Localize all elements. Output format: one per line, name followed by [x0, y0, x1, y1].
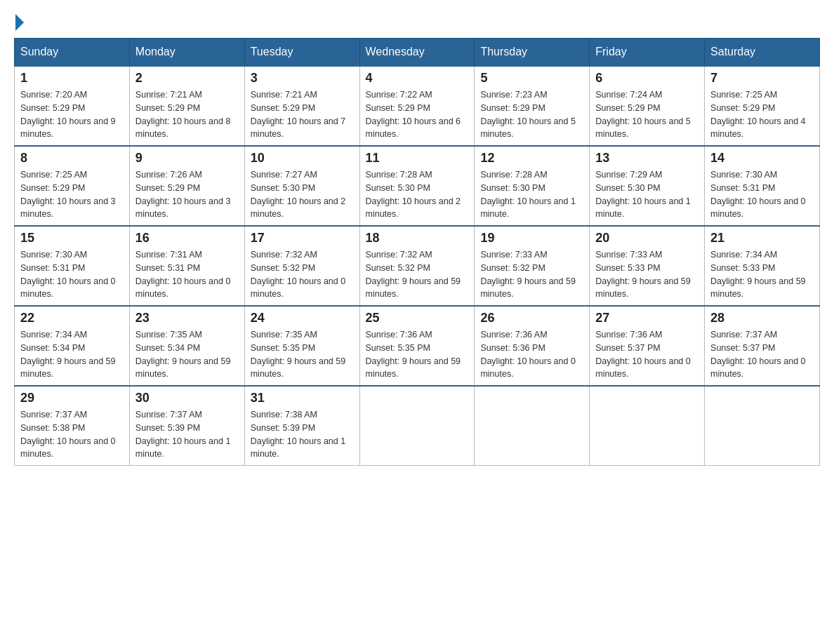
col-header-monday: Monday: [129, 39, 244, 67]
day-number: 20: [595, 231, 699, 246]
day-number: 22: [20, 311, 124, 326]
day-info: Sunrise: 7:28 AM Sunset: 5:30 PM Dayligh…: [480, 168, 583, 221]
day-number: 25: [366, 311, 469, 326]
day-number: 21: [710, 231, 814, 246]
calendar-cell: 8 Sunrise: 7:25 AM Sunset: 5:29 PM Dayli…: [15, 146, 130, 226]
calendar-cell: 21 Sunrise: 7:34 AM Sunset: 5:33 PM Dayl…: [705, 226, 820, 306]
day-info: Sunrise: 7:33 AM Sunset: 5:32 PM Dayligh…: [480, 248, 583, 301]
calendar-cell: [705, 386, 820, 466]
day-number: 9: [135, 151, 239, 166]
day-number: 31: [251, 391, 354, 405]
day-info: Sunrise: 7:25 AM Sunset: 5:29 PM Dayligh…: [710, 88, 814, 141]
calendar-cell: 27 Sunrise: 7:36 AM Sunset: 5:37 PM Dayl…: [590, 306, 705, 386]
day-number: 13: [595, 151, 699, 166]
calendar-cell: 10 Sunrise: 7:27 AM Sunset: 5:30 PM Dayl…: [244, 146, 359, 226]
day-number: 3: [251, 71, 354, 86]
col-header-sunday: Sunday: [15, 39, 130, 67]
calendar-cell: 19 Sunrise: 7:33 AM Sunset: 5:32 PM Dayl…: [475, 226, 590, 306]
calendar-cell: 5 Sunrise: 7:23 AM Sunset: 5:29 PM Dayli…: [475, 66, 590, 146]
calendar-cell: 30 Sunrise: 7:37 AM Sunset: 5:39 PM Dayl…: [129, 386, 244, 466]
calendar-cell: 14 Sunrise: 7:30 AM Sunset: 5:31 PM Dayl…: [705, 146, 820, 226]
page-header: [14, 14, 820, 31]
col-header-friday: Friday: [590, 39, 705, 67]
day-info: Sunrise: 7:26 AM Sunset: 5:29 PM Dayligh…: [135, 168, 239, 221]
calendar-cell: 31 Sunrise: 7:38 AM Sunset: 5:39 PM Dayl…: [244, 386, 359, 466]
calendar-cell: 13 Sunrise: 7:29 AM Sunset: 5:30 PM Dayl…: [590, 146, 705, 226]
day-number: 30: [135, 391, 239, 405]
week-row-5: 29 Sunrise: 7:37 AM Sunset: 5:38 PM Dayl…: [15, 386, 820, 466]
day-number: 1: [20, 71, 124, 86]
day-number: 5: [480, 71, 583, 86]
calendar-cell: 7 Sunrise: 7:25 AM Sunset: 5:29 PM Dayli…: [705, 66, 820, 146]
day-number: 18: [366, 231, 469, 246]
calendar-cell: 24 Sunrise: 7:35 AM Sunset: 5:35 PM Dayl…: [244, 306, 359, 386]
day-info: Sunrise: 7:32 AM Sunset: 5:32 PM Dayligh…: [251, 248, 354, 301]
day-info: Sunrise: 7:22 AM Sunset: 5:29 PM Dayligh…: [366, 88, 469, 141]
day-number: 4: [366, 71, 469, 86]
calendar-cell: 3 Sunrise: 7:21 AM Sunset: 5:29 PM Dayli…: [244, 66, 359, 146]
week-row-1: 1 Sunrise: 7:20 AM Sunset: 5:29 PM Dayli…: [15, 66, 820, 146]
day-number: 2: [135, 71, 239, 86]
day-number: 14: [710, 151, 814, 166]
calendar-cell: 16 Sunrise: 7:31 AM Sunset: 5:31 PM Dayl…: [129, 226, 244, 306]
calendar-cell: 12 Sunrise: 7:28 AM Sunset: 5:30 PM Dayl…: [475, 146, 590, 226]
day-info: Sunrise: 7:27 AM Sunset: 5:30 PM Dayligh…: [251, 168, 354, 221]
day-info: Sunrise: 7:36 AM Sunset: 5:37 PM Dayligh…: [595, 328, 699, 381]
day-number: 24: [251, 311, 354, 326]
col-header-saturday: Saturday: [705, 39, 820, 67]
calendar-cell: 26 Sunrise: 7:36 AM Sunset: 5:36 PM Dayl…: [475, 306, 590, 386]
day-number: 12: [480, 151, 583, 166]
col-header-thursday: Thursday: [475, 39, 590, 67]
calendar-table: SundayMondayTuesdayWednesdayThursdayFrid…: [14, 38, 820, 466]
col-header-tuesday: Tuesday: [244, 39, 359, 67]
day-info: Sunrise: 7:31 AM Sunset: 5:31 PM Dayligh…: [135, 248, 239, 301]
calendar-cell: 20 Sunrise: 7:33 AM Sunset: 5:33 PM Dayl…: [590, 226, 705, 306]
day-info: Sunrise: 7:24 AM Sunset: 5:29 PM Dayligh…: [595, 88, 699, 141]
day-info: Sunrise: 7:37 AM Sunset: 5:37 PM Dayligh…: [710, 328, 814, 381]
day-number: 6: [595, 71, 699, 86]
day-info: Sunrise: 7:35 AM Sunset: 5:34 PM Dayligh…: [135, 328, 239, 381]
calendar-cell: 18 Sunrise: 7:32 AM Sunset: 5:32 PM Dayl…: [359, 226, 475, 306]
day-number: 7: [710, 71, 814, 86]
day-number: 17: [251, 231, 354, 246]
day-info: Sunrise: 7:33 AM Sunset: 5:33 PM Dayligh…: [595, 248, 699, 301]
logo: [14, 14, 24, 31]
logo-arrow-icon: [15, 14, 24, 31]
day-info: Sunrise: 7:35 AM Sunset: 5:35 PM Dayligh…: [251, 328, 354, 381]
day-number: 8: [20, 151, 124, 166]
calendar-cell: 23 Sunrise: 7:35 AM Sunset: 5:34 PM Dayl…: [129, 306, 244, 386]
calendar-cell: 29 Sunrise: 7:37 AM Sunset: 5:38 PM Dayl…: [15, 386, 130, 466]
day-info: Sunrise: 7:34 AM Sunset: 5:33 PM Dayligh…: [710, 248, 814, 301]
day-info: Sunrise: 7:30 AM Sunset: 5:31 PM Dayligh…: [20, 248, 124, 301]
day-number: 19: [480, 231, 583, 246]
day-info: Sunrise: 7:37 AM Sunset: 5:39 PM Dayligh…: [135, 408, 239, 461]
week-row-3: 15 Sunrise: 7:30 AM Sunset: 5:31 PM Dayl…: [15, 226, 820, 306]
calendar-cell: 15 Sunrise: 7:30 AM Sunset: 5:31 PM Dayl…: [15, 226, 130, 306]
day-number: 23: [135, 311, 239, 326]
day-info: Sunrise: 7:34 AM Sunset: 5:34 PM Dayligh…: [20, 328, 124, 381]
calendar-cell: 17 Sunrise: 7:32 AM Sunset: 5:32 PM Dayl…: [244, 226, 359, 306]
day-info: Sunrise: 7:38 AM Sunset: 5:39 PM Dayligh…: [251, 408, 354, 461]
day-number: 16: [135, 231, 239, 246]
day-number: 10: [251, 151, 354, 166]
header-row: SundayMondayTuesdayWednesdayThursdayFrid…: [15, 39, 820, 67]
calendar-cell: 9 Sunrise: 7:26 AM Sunset: 5:29 PM Dayli…: [129, 146, 244, 226]
day-number: 11: [366, 151, 469, 166]
day-number: 27: [595, 311, 699, 326]
day-info: Sunrise: 7:25 AM Sunset: 5:29 PM Dayligh…: [20, 168, 124, 221]
day-info: Sunrise: 7:29 AM Sunset: 5:30 PM Dayligh…: [595, 168, 699, 221]
calendar-cell: 28 Sunrise: 7:37 AM Sunset: 5:37 PM Dayl…: [705, 306, 820, 386]
calendar-cell: 6 Sunrise: 7:24 AM Sunset: 5:29 PM Dayli…: [590, 66, 705, 146]
calendar-cell: 11 Sunrise: 7:28 AM Sunset: 5:30 PM Dayl…: [359, 146, 475, 226]
day-info: Sunrise: 7:30 AM Sunset: 5:31 PM Dayligh…: [710, 168, 814, 221]
day-info: Sunrise: 7:36 AM Sunset: 5:35 PM Dayligh…: [366, 328, 469, 381]
day-info: Sunrise: 7:32 AM Sunset: 5:32 PM Dayligh…: [366, 248, 469, 301]
day-info: Sunrise: 7:28 AM Sunset: 5:30 PM Dayligh…: [366, 168, 469, 221]
calendar-cell: 25 Sunrise: 7:36 AM Sunset: 5:35 PM Dayl…: [359, 306, 475, 386]
day-number: 29: [20, 391, 124, 405]
calendar-cell: 2 Sunrise: 7:21 AM Sunset: 5:29 PM Dayli…: [129, 66, 244, 146]
day-info: Sunrise: 7:23 AM Sunset: 5:29 PM Dayligh…: [480, 88, 583, 141]
day-info: Sunrise: 7:21 AM Sunset: 5:29 PM Dayligh…: [251, 88, 354, 141]
calendar-cell: [475, 386, 590, 466]
week-row-2: 8 Sunrise: 7:25 AM Sunset: 5:29 PM Dayli…: [15, 146, 820, 226]
